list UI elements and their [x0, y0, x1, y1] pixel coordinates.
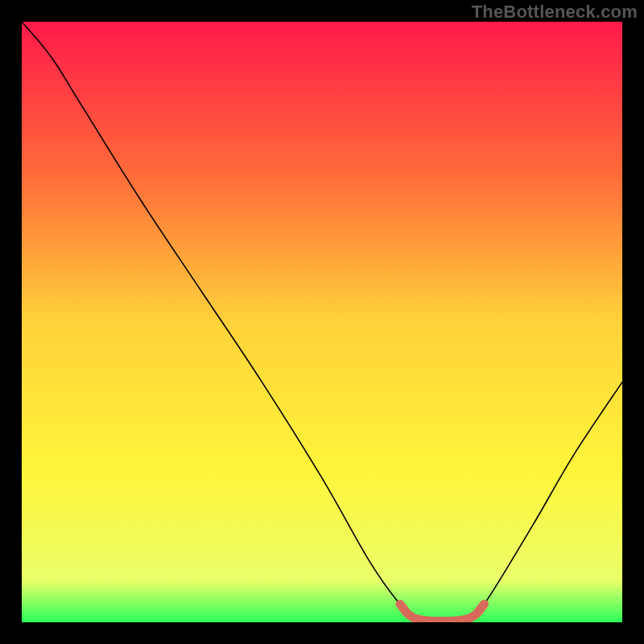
watermark-text: TheBottleneck.com: [472, 2, 638, 23]
plot-area: [22, 22, 622, 622]
bottleneck-chart: [22, 22, 622, 622]
chart-frame: TheBottleneck.com: [0, 0, 644, 644]
gradient-background: [22, 22, 622, 622]
